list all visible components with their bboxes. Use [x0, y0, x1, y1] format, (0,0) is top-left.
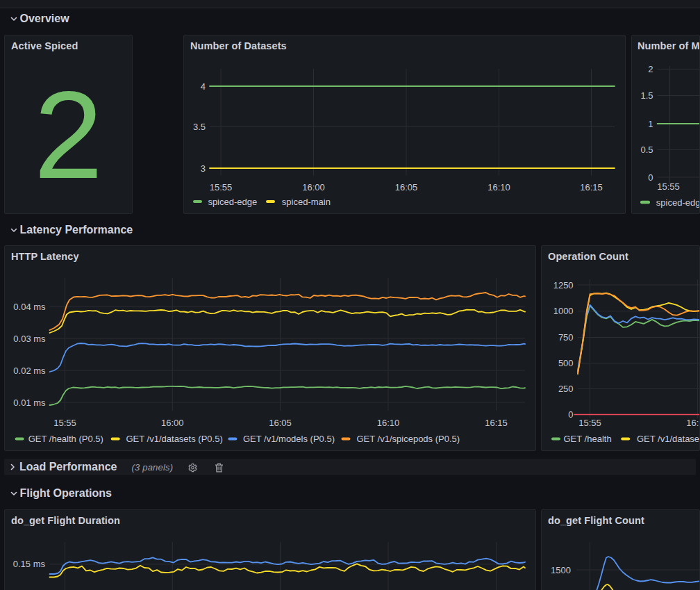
svg-text:1: 1 [648, 119, 653, 129]
svg-text:GET /v1/spicepods (P0.5): GET /v1/spicepods (P0.5) [357, 434, 460, 444]
svg-text:GET /v1/datasets (P0.5): GET /v1/datasets (P0.5) [126, 434, 223, 444]
svg-text:16:05: 16:05 [269, 418, 292, 428]
svg-text:16:05: 16:05 [395, 182, 418, 192]
svg-text:1250: 1250 [553, 280, 574, 290]
svg-text:500: 500 [558, 358, 574, 368]
svg-text:250: 250 [558, 384, 574, 394]
svg-text:spiced-main: spiced-main [282, 197, 331, 207]
svg-text:1500: 1500 [551, 565, 571, 575]
svg-text:GET /health: GET /health [564, 434, 612, 444]
svg-text:16:15: 16:15 [485, 418, 508, 428]
svg-text:GET /health (P0.5): GET /health (P0.5) [28, 434, 103, 444]
svg-text:16:10: 16:10 [377, 418, 400, 428]
svg-text:15:55: 15:55 [657, 181, 680, 192]
svg-text:15:55: 15:55 [578, 418, 601, 428]
svg-text:GET /v1/models (P0.5): GET /v1/models (P0.5) [243, 434, 335, 444]
svg-text:0.04 ms: 0.04 ms [13, 302, 46, 312]
svg-text:2: 2 [648, 64, 653, 74]
svg-text:GET /v1/datasets: GET /v1/datasets [637, 434, 700, 444]
svg-text:1.5: 1.5 [640, 90, 653, 101]
svg-text:16:00: 16:00 [686, 418, 700, 428]
svg-text:16:00: 16:00 [161, 418, 184, 428]
svg-text:16:15: 16:15 [580, 182, 603, 192]
svg-text:0.15 ms: 0.15 ms [13, 559, 46, 569]
svg-text:1000: 1000 [553, 306, 574, 316]
svg-text:15:55: 15:55 [53, 418, 76, 428]
svg-text:0.02 ms: 0.02 ms [13, 366, 46, 376]
svg-text:3.5: 3.5 [193, 122, 206, 132]
svg-text:0.03 ms: 0.03 ms [13, 334, 46, 344]
svg-text:0: 0 [568, 409, 573, 420]
svg-text:4: 4 [201, 81, 206, 92]
svg-text:spiced-edge: spiced-edge [656, 197, 700, 208]
svg-text:16:00: 16:00 [302, 182, 325, 192]
svg-text:750: 750 [558, 332, 574, 343]
svg-text:16:10: 16:10 [488, 182, 510, 192]
svg-text:0: 0 [648, 172, 653, 183]
svg-text:spiced-edge: spiced-edge [208, 197, 257, 207]
svg-text:15:55: 15:55 [210, 182, 233, 192]
svg-text:3: 3 [201, 163, 206, 174]
svg-text:0.5: 0.5 [640, 145, 653, 155]
svg-text:0.01 ms: 0.01 ms [13, 398, 46, 408]
